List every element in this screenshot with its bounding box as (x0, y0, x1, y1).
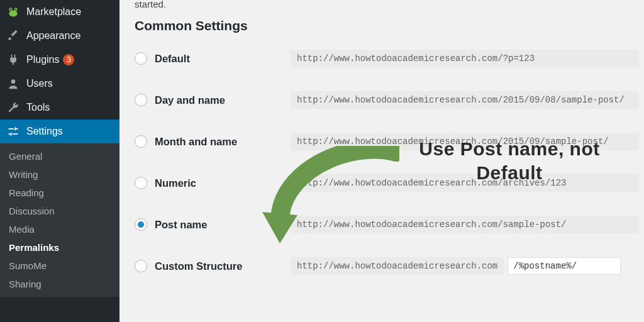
custom-url-prefix: http://www.howtodoacademicresearch.com (291, 257, 504, 275)
radio-post-name[interactable]: Post name (135, 218, 291, 231)
sidebar-item-label: Marketplace (26, 6, 81, 18)
option-label: Month and name (155, 136, 237, 148)
submenu-item-discussion[interactable]: Discussion (0, 202, 119, 220)
radio-custom[interactable]: Custom Structure (135, 260, 291, 272)
svg-point-5 (11, 79, 16, 84)
submenu-item-reading[interactable]: Reading (0, 184, 119, 202)
sidebar-item-tools[interactable]: Tools (0, 96, 119, 119)
permalink-option-numeric: Numeric http://www.howtodoacademicresear… (135, 174, 644, 192)
permalink-option-month-name: Month and name http://www.howtodoacademi… (135, 133, 644, 150)
radio-numeric[interactable]: Numeric (135, 177, 291, 189)
radio-icon (135, 52, 147, 65)
option-label: Post name (155, 219, 207, 231)
submenu-item-sharing[interactable]: Sharing (0, 275, 119, 293)
example-url: http://www.howtodoacademicresearch.com/s… (291, 216, 639, 233)
radio-month-name[interactable]: Month and name (135, 135, 291, 148)
custom-structure-input[interactable] (508, 257, 621, 275)
sidebar-item-label: Settings (26, 126, 63, 137)
permalink-option-custom: Custom Structure http://www.howtodoacade… (135, 257, 644, 275)
sidebar-item-label: Users (26, 78, 53, 89)
svg-point-4 (15, 9, 16, 10)
permalink-option-day-name: Day and name http://www.howtodoacademicr… (135, 91, 644, 109)
sidebar-item-appearance[interactable]: Appearance (0, 24, 119, 48)
intro-fragment: started. (135, 0, 644, 9)
sidebar-item-plugins[interactable]: Plugins 3 (0, 48, 119, 72)
example-url: http://www.howtodoacademicresearch.com/2… (291, 91, 639, 109)
radio-icon (135, 135, 147, 148)
frog-icon (6, 5, 20, 19)
admin-sidebar: Marketplace Appearance Plugins 3 Users T… (0, 0, 119, 322)
permalink-option-default: Default http://www.howtodoacademicresear… (135, 50, 644, 67)
radio-icon (135, 218, 147, 231)
radio-icon (135, 94, 147, 106)
brush-icon (6, 29, 20, 43)
submenu-item-writing[interactable]: Writing (0, 165, 119, 184)
option-label: Numeric (155, 177, 196, 189)
plug-icon (6, 53, 20, 67)
sliders-icon (6, 125, 20, 138)
wrench-icon (6, 101, 20, 114)
option-label: Day and name (155, 94, 225, 106)
submenu-item-permalinks[interactable]: Permalinks (0, 238, 119, 257)
radio-icon (135, 260, 147, 272)
radio-icon (135, 177, 147, 189)
svg-point-3 (10, 9, 11, 10)
submenu-item-general[interactable]: General (0, 147, 119, 165)
section-title: Common Settings (135, 18, 644, 33)
svg-point-2 (9, 11, 17, 17)
sidebar-item-label: Appearance (26, 30, 80, 42)
radio-day-name[interactable]: Day and name (135, 94, 291, 106)
sidebar-item-label: Plugins (26, 54, 59, 65)
users-icon (6, 77, 20, 91)
example-url: http://www.howtodoacademicresearch.com/?… (291, 50, 639, 67)
submenu-item-sumome[interactable]: SumoMe (0, 257, 119, 275)
example-url: http://www.howtodoacademicresearch.com/a… (291, 174, 639, 192)
option-label: Default (155, 53, 190, 65)
submenu-item-media[interactable]: Media (0, 220, 119, 238)
sidebar-item-users[interactable]: Users (0, 72, 119, 96)
sidebar-item-marketplace[interactable]: Marketplace (0, 0, 119, 24)
sidebar-item-settings[interactable]: Settings (0, 119, 119, 143)
permalink-option-post-name: Post name http://www.howtodoacademicrese… (135, 216, 644, 233)
settings-submenu: General Writing Reading Discussion Media… (0, 143, 119, 297)
radio-default[interactable]: Default (135, 52, 291, 65)
option-label: Custom Structure (155, 260, 242, 272)
main-panel: started. Common Settings Default http://… (119, 0, 644, 322)
update-badge: 3 (63, 54, 74, 65)
example-url: http://www.howtodoacademicresearch.com/2… (291, 133, 639, 150)
sidebar-item-label: Tools (26, 102, 50, 113)
